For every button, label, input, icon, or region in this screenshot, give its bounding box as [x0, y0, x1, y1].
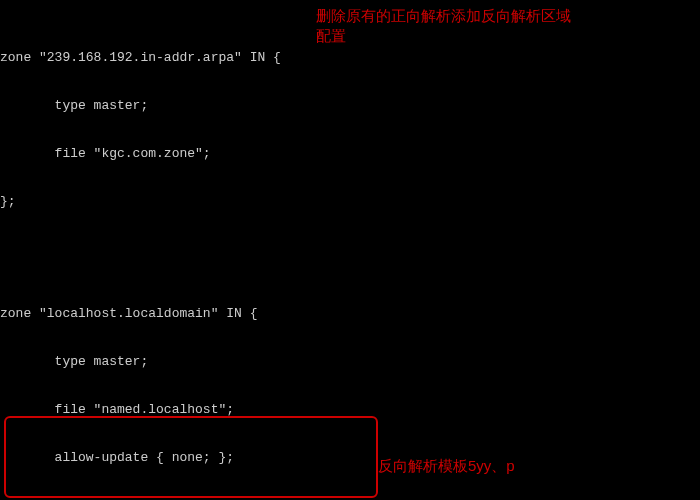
- code-line: allow-update { none; };: [0, 450, 700, 466]
- code-line: type master;: [0, 354, 700, 370]
- code-line: zone "localhost.localdomain" IN {: [0, 306, 700, 322]
- code-line: file "named.localhost";: [0, 402, 700, 418]
- blank-line: [0, 242, 700, 258]
- terminal-editor[interactable]: zone "239.168.192.in-addr.arpa" IN { typ…: [0, 0, 700, 500]
- annotation-bottom: 反向解析模板5yy、p: [378, 456, 515, 476]
- code-line: file "kgc.com.zone";: [0, 146, 700, 162]
- annotation-top: 删除原有的正向解析添加反向解析区域配置: [316, 6, 576, 46]
- code-line: type master;: [0, 98, 700, 114]
- code-line: zone "239.168.192.in-addr.arpa" IN {: [0, 50, 700, 66]
- code-line: };: [0, 194, 700, 210]
